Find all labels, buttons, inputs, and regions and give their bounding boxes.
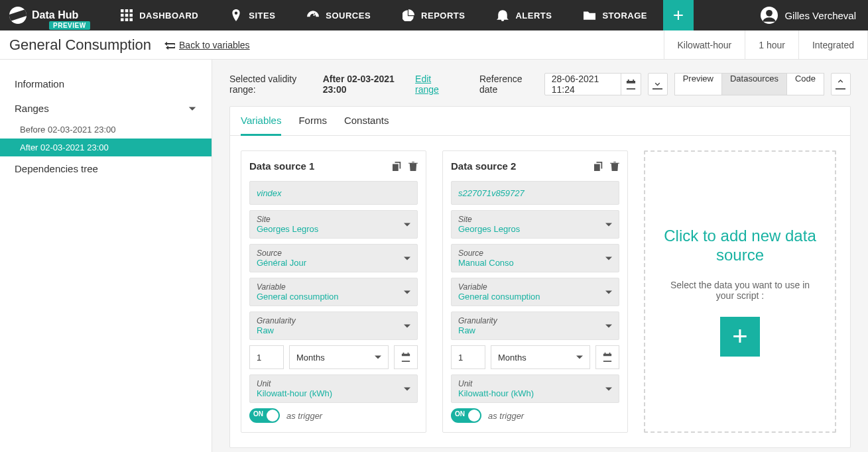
- ref-field[interactable]: vindex: [249, 181, 418, 205]
- period-select[interactable]: Months: [289, 345, 389, 369]
- period-select[interactable]: Months: [491, 345, 590, 369]
- ref-field[interactable]: s227071v859727: [451, 181, 619, 205]
- folder-icon: [584, 9, 595, 21]
- sidebar-range-before[interactable]: Before 02-03-2021 23:00: [0, 121, 212, 139]
- refdate-value: 28-06-2021 11:24: [545, 74, 621, 95]
- sidebar-item-ranges[interactable]: Ranges: [0, 96, 212, 121]
- toolbar: Selected validity range: After 02-03-202…: [229, 73, 851, 95]
- svg-rect-6: [121, 19, 124, 22]
- user-icon: [761, 7, 778, 24]
- top-nav: Data Hub PREVIEW DASHBOARD SITES SOURCES…: [0, 0, 868, 30]
- pie-icon: [403, 9, 414, 21]
- upload-button[interactable]: [831, 73, 851, 95]
- sidebar-ranges-label: Ranges: [15, 103, 49, 114]
- svg-rect-4: [125, 14, 129, 17]
- trash-icon[interactable]: [610, 162, 619, 171]
- summary-mode[interactable]: Integrated: [799, 30, 868, 59]
- svg-rect-8: [130, 19, 133, 22]
- summary-period[interactable]: 1 hour: [745, 30, 799, 59]
- brand-icon: [9, 7, 27, 24]
- sidebar-range-after[interactable]: After 02-03-2021 23:00: [0, 139, 212, 156]
- variable-field[interactable]: VariableGeneral consumption: [249, 278, 418, 306]
- period-calendar-icon[interactable]: [394, 345, 418, 369]
- tab-forms[interactable]: Forms: [298, 115, 327, 135]
- validity-label: Selected validity range:: [229, 74, 314, 95]
- nav-storage[interactable]: STORAGE: [568, 0, 663, 30]
- gauge-icon: [307, 9, 319, 21]
- datasource-card-2: Data source 2 s227071v859727 SiteGeorges…: [442, 150, 628, 433]
- nav-label: DASHBOARD: [139, 11, 198, 21]
- datasource-title: Data source 2: [451, 160, 516, 172]
- add-subtitle: Select the data you want to use in your …: [661, 280, 819, 301]
- trigger-label: as trigger: [286, 411, 322, 421]
- granularity-field[interactable]: GranularityRaw: [451, 311, 619, 340]
- user-name: Gilles Vercheval: [784, 10, 856, 21]
- add-datasource-card[interactable]: Click to add new data source Select the …: [644, 150, 836, 433]
- summary-unit[interactable]: Kilowatt-hour: [664, 30, 746, 59]
- add-title: Click to add new data source: [661, 227, 819, 265]
- svg-point-10: [767, 10, 773, 17]
- qty-input[interactable]: 1: [451, 345, 485, 369]
- seg-preview[interactable]: Preview: [674, 73, 722, 95]
- svg-rect-2: [130, 9, 133, 13]
- site-field[interactable]: SiteGeorges Legros: [249, 210, 418, 239]
- nav-alerts[interactable]: ALERTS: [481, 0, 568, 30]
- subheader: General Consumption Back to variables Ki…: [0, 30, 868, 60]
- svg-rect-5: [130, 14, 133, 17]
- return-icon: [164, 40, 175, 50]
- preview-badge: PREVIEW: [49, 21, 90, 30]
- variable-field[interactable]: VariableGeneral consumption: [451, 278, 619, 306]
- tab-variables[interactable]: Variables: [241, 115, 281, 136]
- summary-items: Kilowatt-hour 1 hour Integrated: [664, 30, 868, 59]
- bell-icon: [497, 9, 509, 21]
- svg-rect-0: [121, 9, 124, 13]
- nav-add-button[interactable]: +: [663, 0, 694, 30]
- unit-field[interactable]: UnitKilowatt-hour (kWh): [249, 374, 418, 403]
- copy-icon[interactable]: [594, 162, 603, 171]
- download-button[interactable]: [648, 73, 668, 95]
- refdate-input[interactable]: 28-06-2021 11:24: [544, 73, 641, 95]
- main-content: Selected validity range: After 02-03-202…: [212, 60, 868, 452]
- sidebar-item-dependencies[interactable]: Dependencies tree: [0, 156, 212, 181]
- edit-range-link[interactable]: Edit range: [415, 74, 452, 95]
- source-field[interactable]: SourceManual Conso: [451, 244, 619, 272]
- nav-label: SOURCES: [326, 11, 371, 21]
- period-calendar-icon[interactable]: [595, 345, 619, 369]
- svg-rect-7: [125, 19, 129, 22]
- seg-code[interactable]: Code: [787, 73, 824, 95]
- copy-icon[interactable]: [393, 162, 402, 171]
- site-field[interactable]: SiteGeorges Legros: [451, 210, 619, 239]
- plus-icon: +: [720, 317, 760, 357]
- svg-rect-3: [121, 14, 124, 17]
- datasource-card-1: Data source 1 vindex SiteGeorges Legros …: [241, 150, 426, 433]
- refdate-label: Reference date: [479, 74, 535, 95]
- qty-input[interactable]: 1: [249, 345, 284, 369]
- trash-icon[interactable]: [408, 162, 418, 171]
- granularity-field[interactable]: GranularityRaw: [249, 311, 418, 340]
- trigger-toggle[interactable]: ON: [451, 408, 481, 423]
- back-link[interactable]: Back to variables: [164, 40, 250, 50]
- chevron-down-icon: [188, 104, 197, 113]
- nav-sites[interactable]: SITES: [214, 0, 291, 30]
- user-menu[interactable]: Gilles Vercheval: [761, 7, 856, 24]
- brand-name: Data Hub: [32, 9, 78, 21]
- nav-reports[interactable]: REPORTS: [387, 0, 481, 30]
- nav-items: DASHBOARD SITES SOURCES REPORTS ALERTS S…: [105, 0, 694, 30]
- nav-label: STORAGE: [602, 11, 647, 21]
- source-field[interactable]: SourceGénéral Jour: [249, 244, 418, 272]
- tab-constants[interactable]: Constants: [344, 115, 389, 135]
- brand-logo[interactable]: Data Hub PREVIEW: [9, 7, 78, 24]
- trigger-label: as trigger: [488, 411, 524, 421]
- sidebar-item-information[interactable]: Information: [0, 72, 212, 96]
- calendar-icon[interactable]: [621, 74, 640, 95]
- nav-label: SITES: [249, 11, 275, 21]
- unit-field[interactable]: UnitKilowatt-hour (kWh): [451, 374, 619, 403]
- validity-value: After 02-03-2021 23:00: [323, 74, 408, 95]
- sources-row: Data source 1 vindex SiteGeorges Legros …: [230, 136, 850, 447]
- trigger-toggle[interactable]: ON: [249, 408, 280, 423]
- nav-dashboard[interactable]: DASHBOARD: [105, 0, 214, 30]
- svg-rect-1: [125, 9, 129, 13]
- seg-datasources[interactable]: Datasources: [722, 73, 787, 95]
- nav-sources[interactable]: SOURCES: [291, 0, 387, 30]
- back-label: Back to variables: [179, 40, 250, 50]
